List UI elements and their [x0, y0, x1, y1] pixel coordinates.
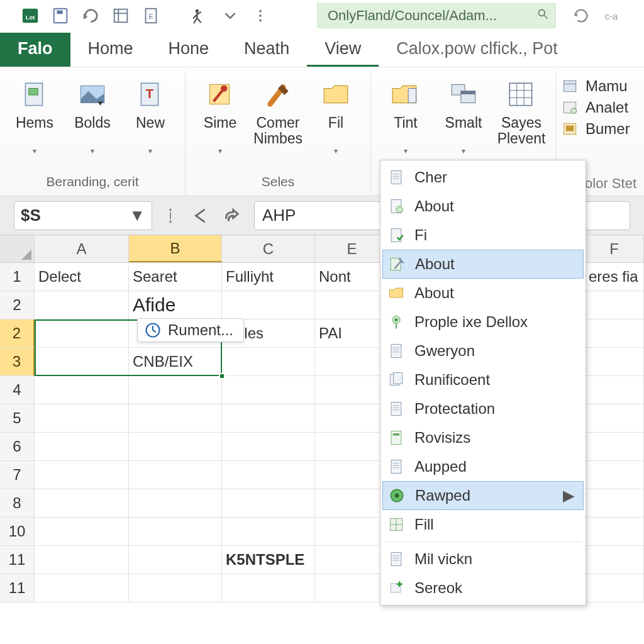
cell[interactable]: [129, 489, 222, 518]
cell[interactable]: [585, 574, 644, 602]
cell[interactable]: [35, 404, 129, 433]
cell[interactable]: [222, 291, 315, 319]
cell[interactable]: [315, 348, 389, 376]
ribbon-btn-fil[interactable]: Fil ▾: [310, 75, 362, 172]
cell[interactable]: [129, 518, 222, 546]
tab-view[interactable]: View: [307, 33, 379, 67]
qat-page-icon[interactable]: E: [140, 4, 162, 27]
menu-item[interactable]: Prople ixe Dellox: [380, 308, 586, 336]
qat-undo-icon[interactable]: [79, 4, 102, 27]
qat-form-icon[interactable]: [109, 4, 132, 27]
col-header-B[interactable]: B: [129, 235, 222, 262]
cell[interactable]: [129, 404, 222, 433]
cell[interactable]: K5NTSPLE: [222, 546, 315, 574]
cell[interactable]: [585, 404, 644, 433]
menu-item[interactable]: Rovisizs: [380, 423, 586, 452]
menu-item[interactable]: Mil vickn: [380, 545, 586, 574]
cell[interactable]: [222, 404, 315, 433]
link-icon[interactable]: c‑a: [600, 4, 623, 27]
cell[interactable]: [35, 319, 129, 348]
cell[interactable]: [585, 291, 644, 319]
ribbon-stack-bumer[interactable]: Bumer: [562, 120, 630, 138]
row-header[interactable]: 6: [0, 433, 35, 461]
cell[interactable]: [35, 348, 129, 376]
name-box[interactable]: $S ▼: [14, 201, 152, 230]
col-header-E[interactable]: E: [315, 235, 389, 262]
qat-save-icon[interactable]: [49, 4, 72, 27]
cell[interactable]: Nont: [315, 263, 389, 291]
cell[interactable]: [35, 518, 129, 546]
cell[interactable]: [129, 546, 222, 574]
cell-tooltip[interactable]: Rument...: [137, 318, 244, 342]
row-header[interactable]: 10: [0, 518, 35, 546]
cell[interactable]: [315, 376, 389, 404]
document-title[interactable]: OnlyFland/Councel/Adam...: [317, 3, 556, 28]
history-icon[interactable]: [570, 4, 592, 27]
col-header-C[interactable]: C: [222, 235, 315, 262]
tab-home[interactable]: Home: [70, 33, 151, 67]
row-header[interactable]: 11: [0, 546, 35, 574]
cell[interactable]: [35, 574, 129, 602]
cell[interactable]: [585, 319, 644, 348]
cell[interactable]: Searet: [129, 263, 222, 291]
cell[interactable]: [35, 546, 129, 574]
cell[interactable]: [222, 376, 315, 404]
cell[interactable]: [35, 489, 129, 518]
col-header-A[interactable]: A: [35, 235, 129, 262]
ribbon-btn-comer[interactable]: Comer Nimbes: [252, 75, 304, 172]
menu-item[interactable]: Aupped: [380, 452, 586, 481]
ribbon-btn-new[interactable]: T New ▾: [125, 75, 176, 172]
cell[interactable]: [315, 404, 389, 433]
cell[interactable]: [585, 461, 644, 489]
menu-item[interactable]: Rawped▶: [382, 481, 584, 510]
select-all-corner[interactable]: [0, 235, 35, 262]
menu-item[interactable]: About: [382, 250, 584, 279]
menu-item[interactable]: Sereok: [380, 574, 586, 602]
cell[interactable]: [315, 518, 389, 546]
ribbon-btn-sime[interactable]: Sime ▾: [194, 75, 246, 172]
menu-item[interactable]: Protectation: [380, 394, 586, 423]
row-header[interactable]: 2: [0, 319, 35, 348]
tab-neath[interactable]: Neath: [226, 33, 307, 67]
app-icon[interactable]: Lot: [19, 4, 42, 27]
cell[interactable]: [585, 489, 644, 518]
cell[interactable]: [35, 291, 129, 319]
qat-more-icon[interactable]: [249, 4, 272, 27]
cell[interactable]: [129, 433, 222, 461]
cell[interactable]: [315, 574, 389, 602]
cell[interactable]: PAI: [315, 319, 389, 348]
menu-item[interactable]: Cher: [380, 163, 586, 192]
cell[interactable]: [35, 433, 129, 461]
cell[interactable]: [129, 376, 222, 404]
tab-extra[interactable]: Calox.pow clfick., Pot: [379, 33, 644, 67]
cell[interactable]: Delect: [35, 263, 129, 291]
menu-item[interactable]: About: [380, 192, 586, 221]
row-header[interactable]: 8: [0, 489, 35, 518]
cell[interactable]: [222, 461, 315, 489]
tab-hone[interactable]: Hone: [151, 33, 227, 67]
qat-dropdown-icon[interactable]: [219, 4, 242, 27]
cell[interactable]: [585, 376, 644, 404]
menu-item[interactable]: Gweryon: [380, 336, 586, 365]
row-header[interactable]: 4: [0, 376, 35, 404]
ribbon-stack-mamu[interactable]: Mamu: [562, 77, 630, 95]
cell[interactable]: [222, 518, 315, 546]
cell[interactable]: [315, 461, 389, 489]
tab-file[interactable]: Falo: [0, 33, 70, 67]
cell[interactable]: [222, 489, 315, 518]
cell[interactable]: [315, 489, 389, 518]
selection-fill-handle[interactable]: [219, 373, 225, 379]
enter-icon[interactable]: [219, 203, 243, 229]
qat-run-icon[interactable]: [189, 4, 211, 27]
menu-item[interactable]: About: [380, 279, 586, 308]
cell[interactable]: [585, 348, 644, 376]
cell[interactable]: [129, 461, 222, 489]
col-header-F[interactable]: F: [585, 235, 644, 262]
cell[interactable]: [222, 574, 315, 602]
row-header[interactable]: 5: [0, 404, 35, 433]
ribbon-stack-analet[interactable]: Analet: [562, 99, 630, 116]
cell[interactable]: [222, 433, 315, 461]
row-header[interactable]: 3: [0, 348, 35, 376]
cell[interactable]: [222, 348, 315, 376]
menu-item[interactable]: Fi: [380, 221, 586, 250]
